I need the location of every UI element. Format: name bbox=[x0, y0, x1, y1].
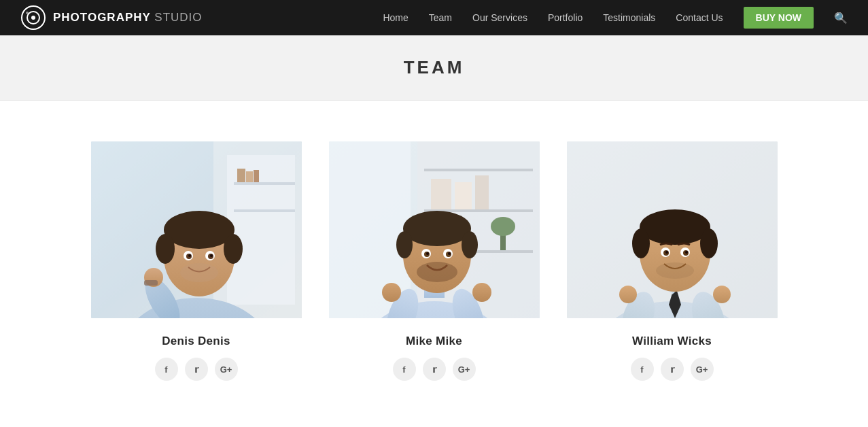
svg-point-58 bbox=[382, 283, 401, 302]
svg-point-70 bbox=[700, 228, 718, 258]
team-grid: Denis Denis f 𝕣 G+ bbox=[54, 141, 814, 381]
nav-item-testimonials[interactable]: Testimonials bbox=[603, 12, 655, 24]
googleplus-button-3[interactable]: G+ bbox=[691, 358, 714, 381]
svg-rect-33 bbox=[424, 169, 533, 171]
logo-icon bbox=[20, 5, 46, 31]
navbar: PHOTOGRAPHY STUDIO Home Team Our Service… bbox=[0, 0, 868, 35]
svg-point-2 bbox=[31, 16, 35, 20]
nav-item-team[interactable]: Team bbox=[429, 12, 452, 24]
svg-point-16 bbox=[164, 211, 235, 249]
svg-point-81 bbox=[619, 286, 637, 303]
person-illustration-2 bbox=[329, 141, 540, 318]
svg-point-46 bbox=[396, 231, 413, 258]
team-member-2: Mike Mike f 𝕣 G+ bbox=[329, 141, 540, 381]
svg-point-53 bbox=[448, 252, 451, 255]
svg-point-47 bbox=[462, 231, 478, 258]
logo[interactable]: PHOTOGRAPHY STUDIO bbox=[20, 5, 203, 31]
svg-point-3 bbox=[26, 12, 29, 14]
svg-point-24 bbox=[210, 254, 213, 257]
twitter-button-3[interactable]: 𝕣 bbox=[661, 358, 684, 381]
member-photo-1 bbox=[91, 141, 302, 318]
member-name-3: William Wicks bbox=[632, 335, 712, 348]
svg-point-17 bbox=[156, 234, 175, 264]
svg-rect-9 bbox=[234, 209, 295, 212]
svg-point-40 bbox=[491, 217, 515, 236]
googleplus-button-2[interactable]: G+ bbox=[453, 358, 476, 381]
member-socials-3: f 𝕣 G+ bbox=[631, 358, 714, 381]
svg-rect-8 bbox=[234, 182, 295, 185]
person-illustration-3 bbox=[567, 141, 778, 318]
svg-point-23 bbox=[188, 254, 191, 257]
team-section: Denis Denis f 𝕣 G+ bbox=[0, 101, 868, 408]
member-name-1: Denis Denis bbox=[162, 335, 230, 348]
googleplus-button-1[interactable]: G+ bbox=[215, 358, 238, 381]
team-member-3: William Wicks f 𝕣 G+ bbox=[567, 141, 778, 381]
nav-item-services[interactable]: Our Services bbox=[472, 12, 527, 24]
logo-text: PHOTOGRAPHY STUDIO bbox=[53, 11, 203, 24]
page-header: TEAM bbox=[0, 35, 868, 101]
nav-item-contact[interactable]: Contact Us bbox=[676, 12, 723, 24]
page-title: TEAM bbox=[0, 57, 868, 78]
svg-rect-11 bbox=[246, 171, 253, 182]
svg-point-52 bbox=[426, 252, 429, 255]
buy-now-button[interactable]: BUY NOW bbox=[744, 7, 814, 29]
svg-rect-38 bbox=[475, 175, 489, 209]
svg-point-75 bbox=[665, 251, 668, 254]
facebook-button-2[interactable]: f bbox=[393, 358, 416, 381]
team-member-1: Denis Denis f 𝕣 G+ bbox=[91, 141, 302, 381]
search-icon-item: 🔍 bbox=[834, 12, 848, 24]
svg-rect-36 bbox=[431, 179, 451, 209]
svg-point-77 bbox=[656, 262, 694, 279]
facebook-button-3[interactable]: f bbox=[631, 358, 654, 381]
nav-buy-button-item: BUY NOW bbox=[744, 7, 814, 29]
svg-point-69 bbox=[632, 228, 650, 258]
nav-item-home[interactable]: Home bbox=[383, 12, 408, 24]
svg-rect-10 bbox=[237, 169, 245, 182]
svg-rect-28 bbox=[144, 280, 158, 286]
svg-point-18 bbox=[224, 234, 243, 264]
search-icon[interactable]: 🔍 bbox=[834, 12, 848, 24]
svg-point-54 bbox=[417, 262, 457, 282]
svg-point-45 bbox=[403, 211, 471, 246]
svg-point-57 bbox=[472, 283, 491, 302]
nav-item-portfolio[interactable]: Portfolio bbox=[548, 12, 583, 24]
member-photo-3 bbox=[567, 141, 778, 318]
member-socials-2: f 𝕣 G+ bbox=[393, 358, 476, 381]
facebook-button-1[interactable]: f bbox=[155, 358, 178, 381]
member-name-2: Mike Mike bbox=[406, 335, 462, 348]
twitter-button-2[interactable]: 𝕣 bbox=[423, 358, 446, 381]
svg-point-25 bbox=[180, 263, 218, 282]
svg-point-76 bbox=[685, 251, 688, 254]
svg-point-68 bbox=[640, 209, 710, 245]
member-photo-2 bbox=[329, 141, 540, 318]
nav-links: Home Team Our Services Portfolio Testimo… bbox=[383, 7, 848, 29]
svg-rect-37 bbox=[455, 182, 472, 209]
member-socials-1: f 𝕣 G+ bbox=[155, 358, 238, 381]
svg-point-80 bbox=[713, 286, 731, 303]
person-illustration-1 bbox=[91, 141, 302, 318]
svg-rect-12 bbox=[254, 170, 259, 182]
twitter-button-1[interactable]: 𝕣 bbox=[185, 358, 208, 381]
